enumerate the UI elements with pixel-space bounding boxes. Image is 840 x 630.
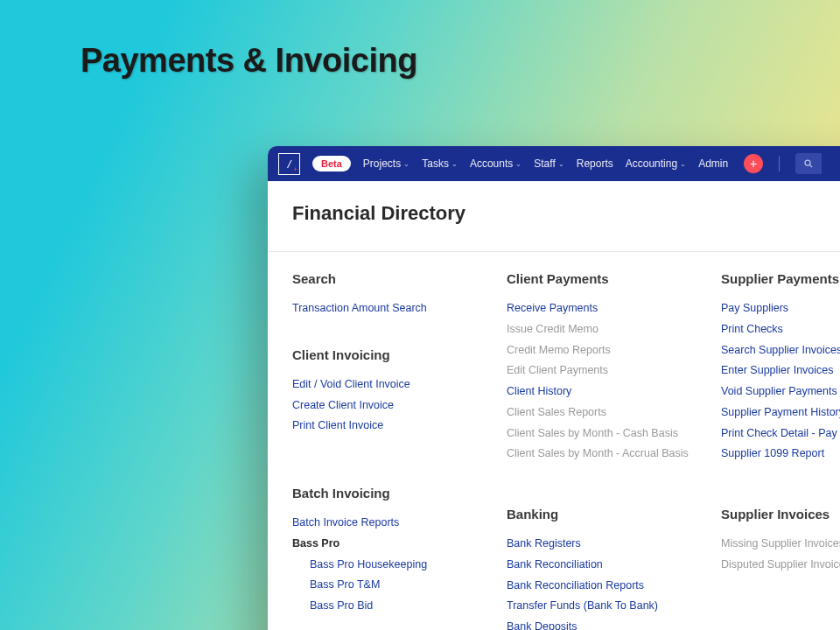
link-supplier-1099[interactable]: Supplier 1099 Report (721, 444, 840, 465)
link-list-client-payments: Receive Payments Issue Credit Memo Credi… (507, 298, 721, 465)
divider (268, 251, 840, 252)
nav-label: Accounting (626, 158, 677, 170)
nav-label: Tasks (422, 158, 449, 170)
nav-label: Staff (534, 158, 555, 170)
link-client-history[interactable]: Client History (507, 382, 721, 402)
link-print-check-detail[interactable]: Print Check Detail - Pay Sup (721, 424, 840, 444)
chevron-down-icon: ⌄ (403, 160, 410, 168)
link-enter-supplier-invoices[interactable]: Enter Supplier Invoices (721, 360, 840, 382)
nav-label: Reports (577, 158, 613, 170)
link-supplier-payment-history[interactable]: Supplier Payment History (721, 402, 840, 424)
link-credit-memo-reports[interactable]: Credit Memo Reports (507, 340, 721, 361)
link-edit-client-payments[interactable]: Edit Client Payments (507, 360, 721, 382)
content-area: Financial Directory Search Transaction A… (268, 181, 840, 630)
section-heading-client-payments: Client Payments (507, 271, 721, 286)
section-heading-supplier-payments: Supplier Payments (721, 271, 840, 286)
link-edit-void-client-invoice[interactable]: Edit / Void Client Invoice (292, 374, 507, 396)
chevron-down-icon: ⌄ (680, 160, 686, 168)
link-bass-pro-tm[interactable]: Bass Pro T&M (292, 575, 507, 596)
link-bank-reconciliation-reports[interactable]: Bank Reconciliation Reports (507, 576, 721, 597)
link-bank-reconciliation[interactable]: Bank Reconciliation (507, 555, 721, 576)
link-list-supplier-invoices: Missing Supplier Invoices Disputed Suppl… (721, 534, 840, 576)
link-missing-supplier-invoices[interactable]: Missing Supplier Invoices (721, 534, 840, 555)
link-print-checks[interactable]: Print Checks (721, 319, 840, 340)
section-heading-banking: Banking (507, 507, 721, 522)
section-heading-supplier-invoices: Supplier Invoices (721, 507, 840, 522)
link-list-supplier-payments: Pay Suppliers Print Checks Search Suppli… (721, 298, 840, 465)
link-void-supplier-payments[interactable]: Void Supplier Payments (721, 382, 840, 402)
link-client-sales-cash[interactable]: Client Sales by Month - Cash Basis (507, 424, 721, 444)
nav-reports[interactable]: Reports (577, 158, 613, 170)
page-title: Financial Directory (292, 202, 840, 225)
link-transfer-funds[interactable]: Transfer Funds (Bank To Bank) (507, 596, 721, 617)
link-list-batch-invoicing: Batch Invoice Reports Bass Pro Bass Pro … (292, 513, 507, 617)
add-button[interactable]: + (744, 154, 763, 173)
link-client-sales-reports[interactable]: Client Sales Reports (507, 402, 721, 424)
svg-line-1 (810, 165, 813, 168)
search-icon (803, 158, 814, 169)
link-list-search: Transaction Amount Search (292, 298, 507, 319)
nav-staff[interactable]: Staff⌄ (534, 158, 564, 170)
link-pay-suppliers[interactable]: Pay Suppliers (721, 298, 840, 319)
chevron-down-icon: ⌄ (515, 160, 522, 168)
chevron-down-icon: ⌄ (452, 160, 458, 168)
beta-badge[interactable]: Beta (312, 156, 351, 172)
app-logo[interactable]: / (278, 153, 300, 175)
link-issue-credit-memo[interactable]: Issue Credit Memo (507, 319, 721, 340)
nav-admin[interactable]: Admin (698, 158, 728, 170)
nav-projects[interactable]: Projects⌄ (363, 158, 410, 170)
column-1: Search Transaction Amount Search Client … (292, 271, 507, 630)
nav-label: Projects (363, 158, 401, 170)
link-bass-pro-housekeeping[interactable]: Bass Pro Housekeeping (292, 555, 507, 576)
topbar: / Beta Projects⌄ Tasks⌄ Accounts⌄ Staff⌄… (268, 146, 840, 181)
app-window: / Beta Projects⌄ Tasks⌄ Accounts⌄ Staff⌄… (268, 146, 840, 630)
link-bank-deposits[interactable]: Bank Deposits (507, 617, 721, 630)
link-list-banking: Bank Registers Bank Reconciliation Bank … (507, 534, 721, 630)
link-create-client-invoice[interactable]: Create Client Invoice (292, 396, 507, 416)
link-client-sales-accrual[interactable]: Client Sales by Month - Accrual Basis (507, 444, 721, 465)
nav-label: Admin (698, 158, 728, 170)
nav-tasks[interactable]: Tasks⌄ (422, 158, 458, 170)
link-receive-payments[interactable]: Receive Payments (507, 298, 721, 319)
link-bass-pro-bid[interactable]: Bass Pro Bid (292, 596, 507, 617)
column-2: Client Payments Receive Payments Issue C… (507, 271, 721, 630)
svg-point-0 (805, 160, 810, 165)
link-print-client-invoice[interactable]: Print Client Invoice (292, 416, 507, 437)
section-heading-client-invoicing: Client Invoicing (292, 347, 507, 362)
nav-accounts[interactable]: Accounts⌄ (470, 158, 522, 170)
search-button[interactable] (795, 153, 822, 174)
link-batch-invoice-reports[interactable]: Batch Invoice Reports (292, 513, 507, 534)
link-transaction-amount-search[interactable]: Transaction Amount Search (292, 298, 507, 319)
chevron-down-icon: ⌄ (558, 160, 564, 168)
section-heading-search: Search (292, 271, 507, 286)
nav-divider (779, 156, 780, 172)
column-3: Supplier Payments Pay Suppliers Print Ch… (721, 271, 840, 630)
section-heading-batch-invoicing: Batch Invoicing (292, 486, 507, 500)
link-search-supplier-invoices[interactable]: Search Supplier Invoices (721, 340, 840, 361)
hero-title: Payments & Invoicing (80, 42, 417, 80)
nav-accounting[interactable]: Accounting⌄ (626, 158, 686, 170)
link-disputed-supplier-invoice[interactable]: Disputed Supplier Invoice (721, 555, 840, 576)
link-bank-registers[interactable]: Bank Registers (507, 534, 721, 555)
plus-icon: + (750, 157, 757, 171)
link-bass-pro[interactable]: Bass Pro (292, 534, 507, 555)
link-list-client-invoicing: Edit / Void Client Invoice Create Client… (292, 374, 507, 437)
nav-label: Accounts (470, 158, 513, 170)
